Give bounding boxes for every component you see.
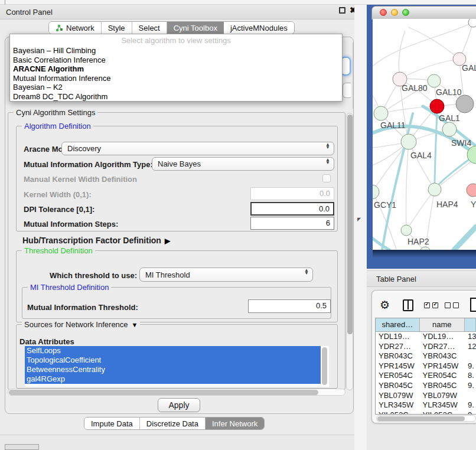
algorithm-option[interactable]: Dream8 DC_TDC Algorithm (10, 92, 342, 102)
table-cell: YDL19… (376, 332, 420, 342)
select-all-icon[interactable] (424, 302, 438, 308)
close-traffic-light[interactable] (380, 9, 387, 16)
tab-jactivemnodules[interactable]: jActiveMNodules (224, 22, 294, 34)
tab-impute-data[interactable]: Impute Data (84, 418, 140, 429)
table-row[interactable]: YBR043CYBR043C (376, 351, 476, 361)
tab-infer-network[interactable]: Infer Network (206, 418, 264, 429)
expand-down-icon[interactable]: ▼ (132, 321, 138, 328)
bottom-tabbar: Impute DataDiscretize DataInfer Network (84, 417, 265, 430)
settings-hscrollbar-thumb[interactable] (9, 390, 318, 395)
table-row[interactable]: YER054CYER054C8. (376, 371, 476, 381)
network-node[interactable] (456, 95, 474, 113)
table-cell: YBL079W (376, 391, 420, 401)
table-cell: YBR045C (420, 381, 465, 391)
control-panel-header (0, 5, 358, 19)
node-label: HAP4 (436, 200, 458, 209)
table-cell: YBR045C (376, 381, 420, 391)
table-cell: YPR145W (420, 361, 465, 371)
dpi-tolerance-label: DPI Tolerance [0,1]: (24, 205, 94, 214)
tab-style[interactable]: Style (102, 22, 132, 34)
network-node-gal4[interactable] (401, 134, 416, 149)
network-node-hap4[interactable] (428, 183, 441, 196)
tab-label: Infer Network (212, 419, 257, 428)
attribute-item[interactable]: SelfLoops (25, 346, 321, 356)
float-window-icon[interactable] (339, 7, 345, 14)
algorithm-option[interactable]: Bayesian – K2 (10, 83, 342, 92)
table-cell: 9. (465, 361, 476, 371)
hub-factor-section[interactable]: Hub/Transcription Factor Definition▶ (22, 236, 170, 245)
network-window-titlebar[interactable] (371, 6, 476, 19)
network-node-gcy1[interactable] (373, 185, 379, 199)
algorithm-option[interactable]: Mutual Information Inference (10, 74, 342, 83)
node-label: GAL11 (380, 120, 406, 130)
table-header-row[interactable]: shared…name (376, 318, 476, 332)
mi-threshold-field[interactable]: 0.5 (248, 299, 331, 313)
algorithm-option[interactable]: Bayesian – Hill Climbing (10, 46, 342, 56)
data-attributes-list[interactable]: SelfLoopsTopologicalCoefficientBetweenne… (25, 346, 329, 387)
network-node-gal11[interactable] (374, 106, 388, 120)
attribute-item[interactable]: gal4RGexp (25, 374, 321, 384)
table-cell: YDL19… (420, 332, 465, 342)
node-label: GAL10 (436, 87, 462, 97)
algorithm-option[interactable]: Basic Correlation Inference (10, 56, 342, 65)
mi-algorithm-type-select[interactable]: Naive Bayes ▲▼ (152, 157, 334, 171)
table-row[interactable]: YBL079WYBL079W (376, 391, 476, 401)
column-header[interactable] (465, 318, 476, 331)
attribute-item[interactable]: TopologicalCoefficient (25, 356, 321, 365)
table-row[interactable]: YIL052CYIL052C9 (376, 410, 476, 415)
network-node[interactable] (468, 19, 476, 27)
node-label: HAP2 (407, 237, 429, 246)
tab-select[interactable]: Select (132, 22, 167, 34)
manual-kernel-checkbox[interactable] (322, 174, 331, 182)
table-row[interactable]: YPR145WYPR145W9. (376, 361, 476, 371)
which-threshold-select[interactable]: MI Threshold ▲▼ (139, 268, 313, 282)
top-tick (5, 0, 5, 5)
table-row[interactable]: YDL19…YDL19…13 (376, 332, 476, 342)
table-cell: 9. (465, 400, 476, 410)
table-row[interactable]: YLR345WYLR345W9. (376, 400, 476, 410)
sources-title[interactable]: Sources for Network Inference▼ (22, 320, 140, 329)
node-label: GAL4 (410, 151, 432, 160)
mi-steps-field[interactable]: 6 (250, 217, 334, 230)
attributes-scrollbar[interactable] (322, 347, 327, 385)
node-table[interactable]: shared…name YDL19…YDL19…13YDR27…YDR27…12… (375, 318, 476, 415)
manual-kernel-label: Manual Kernel Width Definition (24, 175, 137, 184)
column-header[interactable]: name (420, 318, 465, 331)
split-view-icon[interactable] (403, 299, 413, 311)
settings-group-title: Cyni Algorithm Settings (14, 108, 97, 117)
tab-label: jActiveMNodules (230, 24, 288, 32)
file-icon[interactable] (470, 298, 476, 312)
tab-discretize-data[interactable]: Discretize Data (140, 418, 206, 429)
tab-network[interactable]: Network (49, 22, 102, 34)
kernel-width-field[interactable]: 0.0 (250, 187, 334, 200)
column-header[interactable]: shared… (376, 318, 420, 331)
apply-button[interactable]: Apply (158, 398, 200, 412)
tab-label: Impute Data (91, 419, 133, 428)
deselect-all-icon[interactable] (445, 302, 459, 308)
table-hscrollbar-thumb[interactable] (377, 416, 465, 421)
attribute-item[interactable]: BetweennessCentrality (25, 365, 321, 374)
algorithm-option[interactable]: ARACNE Algorithm (10, 64, 342, 74)
minimize-traffic-light[interactable] (391, 9, 398, 16)
table-cell: YIL052C (420, 410, 465, 415)
network-node-gal1[interactable] (430, 99, 444, 113)
table-cell: 8. (465, 371, 476, 381)
network-node[interactable] (442, 122, 457, 136)
node-label: GCY1 (374, 200, 396, 210)
table-cell: YBR043C (376, 351, 420, 361)
network-node-gal10[interactable] (428, 74, 441, 87)
network-canvas[interactable]: GALGAL80GAL10GAL1GAL11SWI4GAL4GCY1HAP4YH… (373, 19, 476, 250)
expand-right-icon[interactable]: ▶ (165, 237, 170, 245)
gear-icon[interactable]: ⚙ (380, 298, 390, 312)
node-label: GAL1 (439, 113, 460, 123)
aracne-mode-select[interactable]: Discovery ▲▼ (61, 142, 334, 155)
network-node-y[interactable] (467, 184, 476, 197)
zoom-traffic-light[interactable] (402, 9, 409, 16)
table-cell: 12 (465, 342, 476, 352)
network-node-hap2[interactable] (401, 225, 412, 236)
dpi-tolerance-field[interactable]: 0.0 (250, 202, 334, 216)
table-row[interactable]: YDR27…YDR27…12 (376, 342, 476, 352)
tab-cyni-toolbox[interactable]: Cyni Toolbox (167, 22, 224, 34)
table-row[interactable]: YBR045CYBR045C9. (376, 381, 476, 391)
settings-vscrollbar-thumb[interactable] (347, 115, 353, 334)
